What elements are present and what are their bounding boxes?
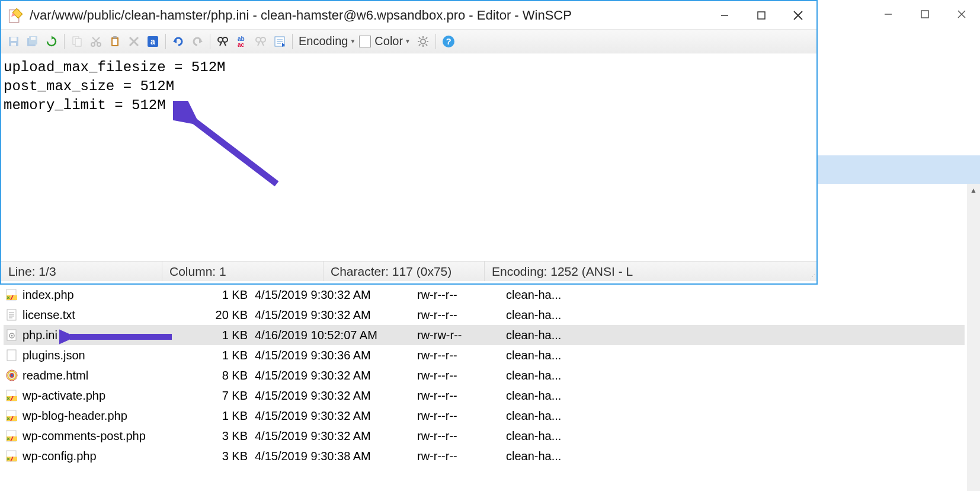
file-permissions: rw-r--r-- [417, 288, 506, 302]
svg-rect-31 [758, 12, 765, 19]
file-size: 1 KB [188, 288, 248, 302]
svg-rect-1 [921, 11, 928, 18]
file-permissions: rw-r--r-- [417, 409, 506, 423]
file-size: 1 KB [188, 329, 248, 342]
svg-point-60 [261, 37, 265, 42]
file-row[interactable]: readme.html8 KB4/15/2019 9:30:32 AMrw-r-… [4, 365, 965, 385]
svg-line-73 [426, 44, 428, 46]
file-owner: clean-ha... [506, 389, 561, 403]
copy-button[interactable] [68, 33, 86, 50]
svg-rect-6 [7, 310, 16, 320]
toolbar-separator [292, 34, 293, 49]
toolbar-separator [435, 34, 436, 49]
svg-rect-14 [7, 350, 16, 361]
file-row[interactable]: wp-blog-header.php1 KB4/15/2019 9:30:32 … [4, 406, 965, 426]
file-owner: clean-ha... [506, 329, 561, 342]
file-permissions: rw-r--r-- [417, 349, 506, 362]
file-date: 4/16/2019 10:52:07 AM [248, 329, 417, 342]
svg-line-72 [419, 37, 421, 39]
save-button[interactable] [5, 33, 23, 50]
svg-text:?: ? [446, 36, 451, 46]
file-date: 4/15/2019 9:30:32 AM [248, 288, 417, 302]
svg-rect-48 [113, 36, 117, 39]
help-button[interactable]: ? [440, 33, 457, 50]
scroll-up-icon[interactable]: ▲ [967, 184, 980, 197]
edit-file-icon [7, 7, 24, 24]
file-type-icon [5, 368, 19, 382]
svg-text:ac: ac [238, 42, 245, 48]
find-button[interactable] [214, 33, 232, 50]
find-next-button[interactable] [252, 33, 270, 50]
file-type-icon [5, 429, 19, 443]
svg-rect-41 [75, 39, 81, 46]
status-character: Character: 117 (0x75) [324, 262, 485, 281]
file-row[interactable]: wp-comments-post.php3 KB4/15/2019 9:30:3… [4, 426, 965, 446]
svg-rect-36 [11, 43, 16, 46]
goto-button[interactable] [271, 33, 289, 50]
file-permissions: rw-r--r-- [417, 389, 506, 403]
editor-close-button[interactable] [780, 2, 816, 29]
svg-point-59 [256, 37, 261, 42]
file-size: 20 KB [188, 308, 248, 322]
file-name: wp-config.php [23, 449, 188, 463]
bg-minimize-button[interactable] [870, 2, 907, 27]
file-size: 7 KB [188, 389, 248, 403]
file-type-icon [5, 449, 19, 463]
refresh-button[interactable] [43, 33, 60, 50]
cut-button[interactable] [87, 33, 105, 50]
svg-line-74 [426, 37, 428, 39]
file-permissions: rw-r--r-- [417, 308, 506, 322]
delete-button[interactable] [125, 33, 143, 50]
toolbar-separator [165, 34, 166, 49]
file-list[interactable]: index.php1 KB4/15/2019 9:30:32 AMrw-r--r… [4, 285, 965, 466]
svg-line-75 [419, 44, 421, 46]
toolbar-separator [210, 34, 210, 49]
save-all-button[interactable] [24, 33, 41, 50]
file-type-icon [5, 288, 19, 302]
file-row[interactable]: wp-activate.php7 KB4/15/2019 9:30:32 AMr… [4, 385, 965, 406]
file-owner: clean-ha... [506, 409, 561, 423]
file-size: 3 KB [188, 429, 248, 443]
file-owner: clean-ha... [506, 449, 561, 463]
file-name: wp-comments-post.php [23, 429, 188, 443]
resize-grip-icon[interactable]: ⋰ [805, 262, 816, 281]
file-row[interactable]: wp-config.php3 KB4/15/2019 9:30:38 AMrw-… [4, 446, 965, 466]
bg-close-button[interactable] [943, 2, 980, 27]
encoding-dropdown[interactable]: Encoding ▼ [296, 34, 358, 48]
undo-button[interactable] [169, 33, 187, 50]
file-date: 4/15/2019 9:30:32 AM [248, 409, 417, 423]
paste-button[interactable] [106, 33, 124, 50]
file-owner: clean-ha... [506, 429, 561, 443]
file-row[interactable]: index.php1 KB4/15/2019 9:30:32 AMrw-r--r… [4, 285, 965, 305]
file-name: plugins.json [23, 349, 188, 362]
bg-selection-bar [818, 155, 980, 184]
select-all-button[interactable]: a [144, 33, 162, 50]
editor-titlebar[interactable]: /var/www/public/clean-hamster/php.ini - … [1, 1, 816, 30]
editor-text-area[interactable]: upload_max_filesize = 512M post_max_size… [1, 53, 816, 261]
editor-minimize-button[interactable] [706, 2, 743, 29]
editor-maximize-button[interactable] [743, 2, 780, 29]
file-type-icon [5, 388, 19, 403]
color-dropdown[interactable]: Color ▼ [372, 34, 413, 48]
file-row[interactable]: plugins.json1 KB4/15/2019 9:30:36 AMrw-r… [4, 345, 965, 365]
status-line: Line: 1/3 [1, 262, 162, 281]
file-name: wp-blog-header.php [23, 409, 188, 423]
file-row[interactable]: license.txt20 KB4/15/2019 9:30:32 AMrw-r… [4, 305, 965, 325]
svg-text:a: a [150, 37, 155, 46]
bg-scrollbar[interactable]: ▲ [967, 184, 980, 491]
redo-button[interactable] [188, 33, 206, 50]
file-name: php.ini [23, 329, 188, 342]
svg-point-53 [218, 37, 223, 42]
replace-button[interactable]: abac [233, 33, 251, 50]
editor-window: /var/www/public/clean-hamster/php.ini - … [0, 0, 818, 285]
file-permissions: rw-r--r-- [417, 429, 506, 443]
file-date: 4/15/2019 9:30:32 AM [248, 429, 417, 443]
file-name: readme.html [23, 369, 188, 382]
settings-button[interactable] [414, 33, 432, 50]
bg-maximize-button[interactable] [907, 2, 943, 27]
editor-toolbar: a abac Encoding ▼ Color ▼ ? [1, 30, 816, 53]
file-size: 3 KB [188, 449, 248, 463]
file-row[interactable]: php.ini1 KB4/16/2019 10:52:07 AMrw-rw-r-… [4, 325, 965, 345]
color-checkbox[interactable] [359, 36, 371, 47]
file-date: 4/15/2019 9:30:38 AM [248, 449, 417, 463]
